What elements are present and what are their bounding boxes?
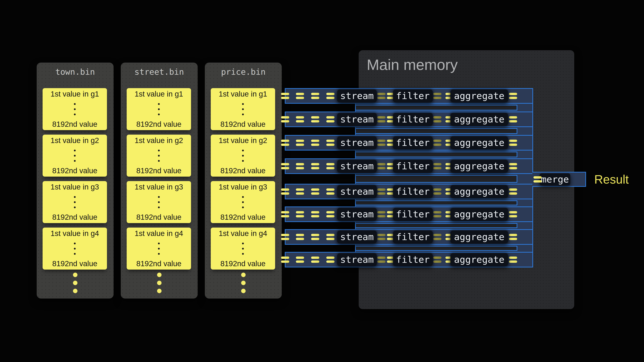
group-first-value: 1st value in g4	[219, 229, 267, 238]
row-group-box: 1st value in g28192nd value	[127, 135, 191, 177]
row-group-box: 1st value in g38192nd value	[127, 181, 191, 223]
ellipsis-dots-icon	[74, 150, 76, 162]
row-group-box: 1st value in g38192nd value	[211, 181, 275, 223]
main-memory-title: Main memory	[367, 57, 458, 73]
more-groups-dots-icon	[121, 273, 198, 293]
equals-token-icon	[296, 257, 304, 263]
equals-token-icon	[326, 116, 334, 122]
group-first-value: 1st value in g3	[135, 183, 183, 191]
equals-token-icon	[296, 116, 304, 122]
filter-chip: filter	[393, 185, 433, 198]
equals-token-icon	[377, 93, 386, 99]
group-last-value: 8192nd value	[52, 260, 97, 268]
equals-token-icon	[296, 211, 304, 217]
equals-token-icon	[326, 188, 334, 195]
row-group-box: 1st value in g48192nd value	[42, 228, 107, 270]
pipeline-gap-strip	[355, 105, 517, 110]
row-group-box: 1st value in g48192nd value	[127, 228, 191, 270]
equals-token-icon	[377, 234, 386, 240]
diagram-canvas: Main memory streamfilteraggregatestreamf…	[0, 0, 644, 362]
pipeline-band-4: streamfilteraggregate	[285, 158, 533, 174]
row-group-box: 1st value in g28192nd value	[211, 135, 275, 177]
equals-token-icon	[509, 211, 517, 217]
pipeline-gap-strip	[355, 152, 517, 157]
equals-token-icon	[509, 163, 517, 169]
equals-token-icon	[433, 234, 442, 240]
equals-token-icon	[509, 140, 517, 146]
equals-token-icon	[311, 234, 319, 240]
equals-token-icon	[296, 163, 304, 169]
pipeline-gap-strip	[355, 128, 517, 134]
equals-token-icon	[377, 211, 386, 217]
file-panel-price-bin: price.bin1st value in g18192nd value1st …	[205, 62, 282, 299]
equals-token-icon	[296, 234, 304, 240]
group-first-value: 1st value in g2	[135, 136, 183, 145]
aggregate-chip: aggregate	[450, 185, 508, 198]
pipeline-gap-strip	[355, 246, 517, 251]
file-panel-town-bin: town.bin1st value in g18192nd value1st v…	[37, 62, 114, 299]
group-last-value: 8192nd value	[136, 213, 182, 221]
stream-chip: stream	[337, 185, 377, 198]
equals-token-icon	[433, 188, 442, 195]
equals-token-icon	[326, 93, 334, 99]
equals-token-icon	[377, 257, 386, 263]
filter-chip: filter	[393, 113, 433, 126]
aggregate-chip: aggregate	[450, 113, 508, 126]
equals-token-icon	[326, 257, 334, 263]
stream-chip: stream	[337, 113, 377, 126]
ellipsis-dots-icon	[242, 243, 244, 255]
ellipsis-dots-icon	[158, 243, 160, 255]
equals-token-icon	[433, 116, 442, 122]
equals-token-icon	[281, 234, 289, 240]
aggregate-chip: aggregate	[450, 89, 508, 102]
row-group-box: 1st value in g18192nd value	[211, 88, 275, 130]
aggregate-chip: aggregate	[450, 136, 508, 149]
file-name: street.bin	[121, 66, 198, 77]
pipeline-gap-strip	[355, 200, 517, 205]
equals-token-icon	[509, 116, 517, 122]
equals-token-icon	[296, 140, 304, 146]
merge-chip: merge	[540, 173, 570, 185]
aggregate-chip: aggregate	[450, 208, 508, 221]
group-last-value: 8192nd value	[52, 213, 97, 221]
equals-token-icon	[433, 93, 442, 99]
equals-token-icon	[281, 163, 289, 169]
aggregate-chip: aggregate	[450, 160, 508, 173]
equals-token-icon	[311, 93, 319, 99]
equals-token-icon	[281, 140, 289, 146]
ellipsis-dots-icon	[74, 196, 76, 208]
group-first-value: 1st value in g2	[51, 136, 99, 145]
ellipsis-dots-icon	[158, 196, 160, 208]
stream-chip: stream	[337, 89, 377, 102]
result-label: Result	[594, 173, 629, 185]
stream-chip: stream	[337, 208, 377, 221]
equals-token-icon	[296, 188, 304, 195]
group-first-value: 1st value in g4	[51, 229, 99, 238]
stream-chip: stream	[337, 253, 377, 266]
equals-token-icon	[509, 234, 517, 240]
group-first-value: 1st value in g1	[51, 90, 99, 98]
group-last-value: 8192nd value	[220, 260, 266, 268]
group-last-value: 8192nd value	[136, 167, 182, 175]
group-last-value: 8192nd value	[52, 120, 97, 128]
file-name: town.bin	[37, 66, 114, 77]
ellipsis-dots-icon	[242, 103, 244, 115]
aggregate-chip: aggregate	[450, 231, 508, 243]
filter-chip: filter	[393, 160, 433, 173]
equals-token-icon	[509, 93, 517, 99]
pipeline-band-6: streamfilteraggregate	[285, 206, 533, 222]
row-group-box: 1st value in g18192nd value	[127, 88, 191, 130]
ellipsis-dots-icon	[158, 103, 160, 115]
equals-token-icon	[326, 163, 334, 169]
filter-chip: filter	[393, 253, 433, 266]
equals-token-icon	[433, 257, 442, 263]
pipeline-band-3: streamfilteraggregate	[285, 135, 533, 150]
equals-token-icon	[326, 234, 334, 240]
more-groups-dots-icon	[205, 273, 282, 293]
group-last-value: 8192nd value	[220, 167, 266, 175]
filter-chip: filter	[393, 231, 433, 243]
equals-token-icon	[377, 188, 386, 195]
aggregate-chip: aggregate	[450, 253, 508, 266]
filter-chip: filter	[393, 208, 433, 221]
filter-chip: filter	[393, 136, 433, 149]
